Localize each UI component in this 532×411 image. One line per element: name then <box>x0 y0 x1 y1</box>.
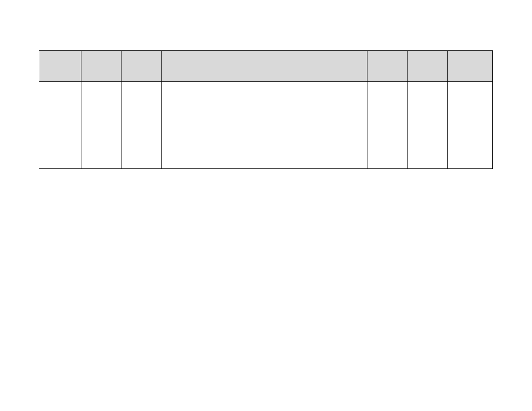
table-header-cell <box>39 51 81 82</box>
table-header-cell <box>162 51 367 82</box>
table-row <box>39 82 493 169</box>
table-cell <box>162 82 367 169</box>
data-table <box>39 50 493 169</box>
table-cell <box>121 82 162 169</box>
table-header-row <box>39 51 493 82</box>
table-cell <box>81 82 121 169</box>
table-header-cell <box>367 51 408 82</box>
table-cell <box>408 82 448 169</box>
table-cell <box>448 82 493 169</box>
table-header-cell <box>408 51 448 82</box>
table-cell <box>367 82 408 169</box>
table-header-cell <box>121 51 162 82</box>
footer-divider <box>46 375 485 375</box>
table-header-cell <box>448 51 493 82</box>
table-header-cell <box>81 51 121 82</box>
table-cell <box>39 82 81 169</box>
